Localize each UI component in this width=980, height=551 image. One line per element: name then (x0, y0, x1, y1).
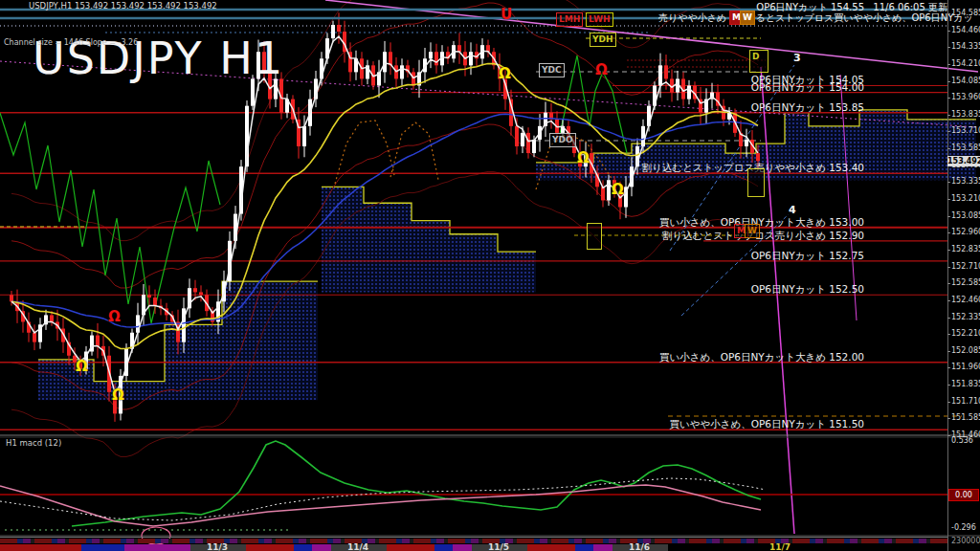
candle-body (521, 133, 524, 146)
price-level-annotation: OP6日NYカット 152.50 (751, 283, 864, 297)
time-axis-sessions[interactable]: 11/311/411/511/611/7 (0, 537, 947, 551)
session-segment (161, 539, 168, 543)
axis-tick (947, 334, 950, 335)
session-segment (678, 539, 685, 543)
date-axis-label[interactable]: 11/4 (347, 542, 368, 551)
axis-tick (947, 300, 950, 301)
price-axis-label: 152.585 (951, 278, 980, 287)
session-segment (34, 539, 52, 543)
session-segment (299, 539, 306, 543)
session-segment (103, 539, 121, 543)
price-axis-label: 154.085 (951, 77, 980, 85)
session-segment (402, 539, 410, 543)
pattern-marker-icon: Ω (108, 308, 121, 325)
reference-tag (747, 168, 765, 197)
price-axis-label: 151.460 (951, 430, 980, 439)
session-segment (551, 539, 568, 543)
price-axis-label: 151.710 (951, 397, 980, 406)
pattern-marker-icon: Ω (499, 65, 511, 82)
price-axis-label: 153.710 (951, 126, 980, 135)
candle-body (33, 333, 36, 342)
macd-axis-zero-badge: 0.00 (948, 489, 979, 501)
session-segment (0, 539, 17, 543)
price-axis-label: 153.835 (951, 110, 980, 119)
session-segment (195, 539, 203, 543)
price-axis-label: 152.460 (951, 296, 980, 304)
session-segment (69, 539, 86, 543)
session-segment (930, 539, 947, 543)
candle-body (153, 298, 157, 305)
macd-signal-line (0, 478, 766, 520)
price-axis-label: 153.585 (951, 143, 980, 152)
session-segment (586, 539, 603, 543)
axis-tick (947, 367, 950, 368)
candle-body (469, 52, 473, 65)
price-level-annotation: OP6日NYカット 153.85 (751, 101, 864, 115)
session-segment (333, 539, 341, 543)
price-axis-label: 154.585 (951, 9, 980, 17)
date-axis-label[interactable]: 11/6 (629, 542, 650, 551)
price-axis-label: 152.960 (951, 228, 980, 236)
price-level-annotation: 割り込むとストップロス売り小さめ 152.90 (662, 230, 864, 243)
session-segment (413, 539, 431, 543)
session-segment (724, 539, 741, 543)
axis-separator (947, 0, 948, 551)
reference-tag: D (749, 50, 768, 73)
candle-body (10, 295, 13, 301)
session-segment (792, 539, 810, 543)
reference-tag: LMH (556, 12, 583, 27)
session-segment (655, 539, 672, 543)
reference-tag (587, 223, 602, 250)
wave-count-label: 4 (789, 204, 796, 216)
price-axis-label: 153.335 (951, 177, 980, 186)
session-segment (172, 539, 189, 543)
session-segment (884, 539, 892, 543)
candle-body (745, 140, 748, 146)
price-level-annotation: OP6日NYカット 152.75 (751, 250, 864, 263)
axis-tick (947, 385, 950, 386)
macd-indicator-label: H1 macd (12) (6, 438, 61, 448)
date-axis-label[interactable]: 11/5 (488, 542, 509, 551)
candle-body (429, 52, 433, 58)
session-segment (827, 539, 844, 543)
price-axis-label: 152.335 (951, 313, 980, 321)
session-segment (746, 539, 754, 543)
pattern-marker-icon: Ω (76, 358, 88, 375)
price-axis-label: 154.335 (951, 42, 980, 51)
session-segment (850, 539, 858, 543)
price-level-annotation: 買いやや小さめ、OP6日NYカット 151.50 (669, 418, 864, 431)
session-segment (126, 539, 134, 543)
session-segment (896, 539, 913, 543)
current-price-badge: 153.492 (947, 156, 980, 166)
date-axis-label[interactable]: 11/3 (207, 542, 228, 551)
candle-body (50, 315, 54, 321)
axis-tick (947, 199, 950, 200)
session-segment (81, 544, 124, 551)
axis-tick (947, 435, 950, 436)
session-segment (527, 544, 575, 551)
axis-tick (947, 31, 950, 32)
price-level-annotation: 買い小さめ、OP6日NYカット大きめ 153.00 (659, 216, 864, 230)
axis-tick (947, 351, 950, 352)
price-level-annotation: OP6日NYカット 154.00 (751, 81, 864, 95)
session-segment (574, 539, 582, 543)
axis-tick (947, 81, 950, 82)
reference-tag: LWH (586, 12, 613, 27)
price-axis-label: 152.085 (951, 346, 980, 355)
session-segment (276, 539, 293, 543)
date-axis-label[interactable]: 11/7 (769, 542, 791, 551)
candle-body (193, 288, 197, 292)
candle-body (331, 25, 335, 38)
session-segment (23, 539, 31, 543)
price-level-annotation: 買い小さめ、OP6日NYカット大きめ 152.00 (659, 351, 864, 364)
session-segment (57, 539, 65, 543)
axis-tick (947, 131, 950, 132)
session-segment (368, 539, 375, 543)
axis-tick (947, 182, 950, 183)
session-segment (575, 544, 593, 551)
chart-window: USDJPY,H1 153.492 153.492 153.492 153.49… (0, 0, 980, 551)
reference-tag: YDO (549, 133, 576, 147)
session-segment (264, 539, 272, 543)
axis-tick (947, 64, 950, 65)
session-segment (593, 544, 612, 551)
